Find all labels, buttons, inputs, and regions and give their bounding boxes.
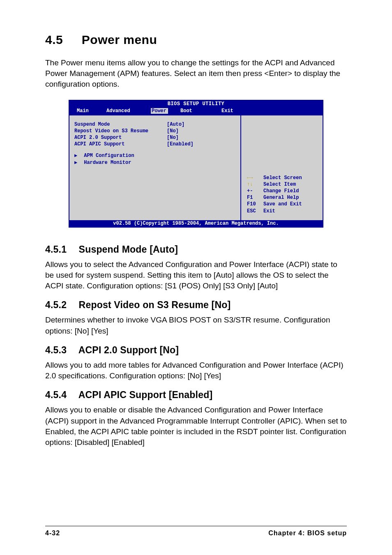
bios-submenu-label: Hardware Monitor: [84, 160, 131, 166]
subsection-text: Allows you to enable or disable the Adva…: [45, 405, 347, 448]
help-key: F1: [247, 194, 263, 201]
help-key-icon: ↑↓: [247, 181, 263, 188]
tab-advanced[interactable]: Advanced: [106, 108, 151, 114]
help-desc: Select Item: [263, 181, 296, 188]
section-number: 4.5: [45, 33, 78, 47]
tab-main[interactable]: Main: [77, 108, 106, 114]
help-key: F10: [247, 201, 263, 207]
bios-item-label: ACPI 2.0 Support: [74, 134, 167, 141]
tab-exit[interactable]: Exit: [221, 108, 233, 114]
chapter-label: Chapter 4: BIOS setup: [268, 530, 347, 537]
bios-submenu[interactable]: ▶ Hardware Monitor: [74, 159, 237, 166]
triangle-right-icon: ▶: [74, 152, 81, 159]
subsection-number: 4.5.2: [45, 299, 76, 311]
triangle-right-icon: ▶: [74, 159, 81, 166]
subsection-name: Repost Video on S3 Resume [No]: [79, 299, 231, 310]
subsection-number: 4.5.4: [45, 389, 76, 401]
subsection-text: Allows you to add more tables for Advanc…: [45, 360, 347, 381]
subsection-text: Determines whether to invoke VGA BIOS PO…: [45, 315, 347, 336]
subsection-name: ACPI APIC Support [Enabled]: [78, 389, 213, 400]
page-footer: 4-32 Chapter 4: BIOS setup: [45, 526, 347, 537]
bios-screenshot: BIOS SETUP UTILITY Main Advanced Power B…: [69, 100, 323, 228]
subsection-title: 4.5.3 ACPI 2.0 Support [No]: [45, 345, 347, 356]
bios-item-value: [Enabled]: [167, 141, 194, 147]
bios-right-pane: ←→Select Screen ↑↓Select Item +-Change F…: [241, 115, 323, 220]
subsection-title: 4.5.1 Suspend Mode [Auto]: [45, 244, 347, 255]
page-number: 4-32: [45, 530, 60, 537]
bios-item[interactable]: ACPI 2.0 Support [No]: [74, 134, 237, 141]
help-key: ESC: [247, 208, 263, 214]
bios-footer: v02.58 (C)Copyright 1985-2004, American …: [69, 220, 323, 227]
bios-left-pane: Suspend Mode [Auto] Repost Video on S3 R…: [69, 115, 241, 220]
subsection: 4.5.3 ACPI 2.0 Support [No] Allows you t…: [45, 345, 347, 381]
subsection-name: Suspend Mode [Auto]: [79, 244, 178, 255]
subsection-name: ACPI 2.0 Support [No]: [78, 345, 179, 355]
bios-item[interactable]: Suspend Mode [Auto]: [74, 121, 237, 128]
bios-item-label: Repost Video on S3 Resume: [74, 128, 167, 134]
bios-title: BIOS SETUP UTILITY: [69, 101, 323, 107]
bios-body: Suspend Mode [Auto] Repost Video on S3 R…: [69, 115, 323, 220]
bios-submenu[interactable]: ▶ APM Configuration: [74, 152, 237, 159]
section-name: Power menu: [82, 33, 157, 46]
help-key: +-: [247, 188, 263, 194]
bios-submenu-label: APM Configuration: [84, 153, 134, 159]
subsection-number: 4.5.3: [45, 345, 76, 356]
subsection: 4.5.4 ACPI APIC Support [Enabled] Allows…: [45, 389, 347, 448]
bios-item[interactable]: Repost Video on S3 Resume [No]: [74, 128, 237, 134]
tab-boot[interactable]: Boot: [180, 108, 221, 114]
subsection-title: 4.5.2 Repost Video on S3 Resume [No]: [45, 299, 347, 311]
intro-paragraph: The Power menu items allow you to change…: [45, 58, 347, 90]
subsection: 4.5.1 Suspend Mode [Auto] Allows you to …: [45, 244, 347, 292]
subsection-number: 4.5.1: [45, 244, 76, 255]
bios-tabs: Main Advanced Power Boot Exit: [69, 107, 323, 115]
bios-help: ←→Select Screen ↑↓Select Item +-Change F…: [247, 175, 318, 214]
bios-item-value: [No]: [167, 134, 179, 141]
bios-item-label: ACPI APIC Support: [74, 141, 167, 147]
help-desc: Select Screen: [263, 175, 302, 181]
help-desc: Change Field: [263, 188, 299, 194]
help-desc: Exit: [263, 208, 275, 214]
help-desc: Save and Exit: [263, 201, 302, 207]
subsection-text: Allows you to select the Advanced Config…: [45, 259, 347, 292]
subsection: 4.5.2 Repost Video on S3 Resume [No] Det…: [45, 299, 347, 336]
help-key-icon: ←→: [247, 175, 263, 181]
help-desc: General Help: [263, 194, 299, 201]
subsection-title: 4.5.4 ACPI APIC Support [Enabled]: [45, 389, 347, 401]
tab-power[interactable]: Power: [151, 108, 168, 114]
section-title: 4.5 Power menu: [45, 33, 347, 47]
bios-item-value: [No]: [167, 128, 179, 134]
bios-item-label: Suspend Mode: [74, 121, 167, 128]
bios-item[interactable]: ACPI APIC Support [Enabled]: [74, 141, 237, 147]
bios-item-value: [Auto]: [167, 121, 184, 128]
